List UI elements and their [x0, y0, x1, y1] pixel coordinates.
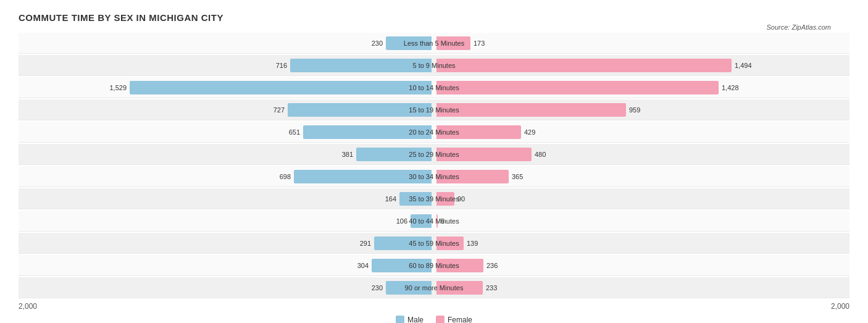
left-section: 106 — [19, 211, 434, 231]
male-bar — [399, 192, 432, 206]
right-section: 173 — [434, 33, 849, 53]
male-value: 716 — [276, 62, 287, 69]
male-bar — [294, 170, 432, 183]
male-value: 381 — [342, 151, 353, 158]
male-value: 230 — [372, 284, 383, 292]
right-section: 1,428 — [434, 77, 849, 98]
female-value: 1,428 — [722, 84, 739, 91]
right-section: 365 — [434, 166, 849, 187]
left-section: 164 — [19, 188, 434, 209]
male-bar — [374, 237, 432, 250]
right-section: 236 — [434, 255, 849, 275]
axis-right: 2,000 — [434, 302, 849, 311]
female-bar — [436, 59, 732, 72]
male-value: 164 — [385, 195, 396, 203]
male-value: 1,529 — [109, 84, 127, 91]
male-value: 230 — [372, 40, 383, 47]
bar-row: 230 Less than 5 Minutes 173 — [19, 33, 849, 54]
male-bar — [356, 148, 432, 161]
bar-row: 106 40 to 44 Minutes 6 — [19, 211, 849, 232]
female-bar — [436, 281, 483, 295]
right-section: 139 — [434, 233, 849, 253]
chart-container: COMMUTE TIME BY SEX IN MICHIGAN CITY Sou… — [19, 12, 849, 323]
right-section: 1,494 — [434, 55, 849, 75]
left-section: 291 — [19, 233, 434, 253]
male-value: 651 — [289, 128, 300, 136]
right-section: 6 — [434, 211, 849, 231]
female-value: 429 — [524, 128, 535, 136]
female-value: 139 — [467, 240, 478, 247]
axis-left: 2,000 — [19, 302, 434, 311]
male-bar — [386, 36, 432, 50]
bar-row: 381 25 to 29 Minutes 480 — [19, 144, 849, 165]
male-bar — [303, 125, 432, 139]
left-section: 230 — [19, 277, 434, 298]
female-bar — [436, 81, 719, 94]
female-bar — [436, 36, 470, 50]
female-bar — [436, 125, 521, 139]
female-value: 173 — [474, 40, 485, 47]
bar-row: 291 45 to 59 Minutes 139 — [19, 233, 849, 254]
legend: Male Female — [19, 316, 849, 323]
bar-row: 727 15 to 19 Minutes 959 — [19, 99, 849, 120]
bar-row: 651 20 to 24 Minutes 429 — [19, 122, 849, 143]
female-value: 365 — [512, 173, 523, 180]
bar-row: 230 90 or more Minutes 233 — [19, 277, 849, 298]
male-legend-label: Male — [407, 316, 424, 323]
male-bar — [130, 81, 432, 94]
male-value: 698 — [280, 173, 291, 180]
left-section: 651 — [19, 122, 434, 142]
axis-row: 2,000 2,000 — [19, 302, 849, 311]
female-bar — [436, 170, 509, 183]
male-bar — [288, 103, 432, 117]
left-section: 230 — [19, 33, 434, 53]
bar-row: 304 60 to 89 Minutes 236 — [19, 255, 849, 276]
female-value: 6 — [441, 217, 444, 225]
male-bar — [290, 59, 432, 72]
male-value: 291 — [360, 240, 371, 247]
left-section: 1,529 — [19, 77, 434, 98]
left-section: 381 — [19, 144, 434, 164]
right-section: 480 — [434, 144, 849, 164]
female-value: 959 — [629, 106, 640, 114]
female-value: 480 — [535, 151, 546, 158]
male-value: 727 — [273, 106, 285, 114]
female-bar — [436, 237, 464, 250]
female-legend-box — [436, 316, 444, 323]
female-bar — [436, 259, 483, 272]
bar-row: 716 5 to 9 Minutes 1,494 — [19, 55, 849, 76]
bar-row: 1,529 10 to 14 Minutes 1,428 — [19, 77, 849, 98]
female-bar — [436, 148, 532, 161]
male-legend-box — [396, 316, 404, 323]
male-value: 106 — [396, 217, 407, 225]
left-section: 304 — [19, 255, 434, 275]
right-section: 90 — [434, 188, 849, 209]
source-label: Source: ZipAtlas.com — [766, 23, 831, 31]
female-value: 233 — [486, 284, 497, 292]
chart-area: 230 Less than 5 Minutes 173 716 5 to 9 M… — [19, 33, 849, 298]
legend-female: Female — [436, 316, 472, 323]
left-section: 698 — [19, 166, 434, 187]
male-value: 304 — [357, 262, 369, 269]
bar-row: 698 30 to 34 Minutes 365 — [19, 166, 849, 187]
left-section: 727 — [19, 99, 434, 120]
female-value: 1,494 — [735, 62, 752, 69]
right-section: 233 — [434, 277, 849, 298]
female-value: 90 — [457, 195, 465, 203]
chart-title: COMMUTE TIME BY SEX IN MICHIGAN CITY — [19, 12, 849, 23]
female-bar — [436, 103, 626, 117]
left-section: 716 — [19, 55, 434, 75]
female-value: 236 — [486, 262, 498, 269]
legend-male: Male — [396, 316, 424, 323]
right-section: 959 — [434, 99, 849, 120]
right-section: 429 — [434, 122, 849, 142]
male-bar — [386, 281, 432, 295]
female-bar — [436, 214, 438, 228]
bar-row: 164 35 to 39 Minutes 90 — [19, 188, 849, 209]
female-bar — [436, 192, 454, 206]
female-legend-label: Female — [448, 316, 472, 323]
male-bar — [372, 259, 432, 272]
male-bar — [411, 214, 432, 228]
